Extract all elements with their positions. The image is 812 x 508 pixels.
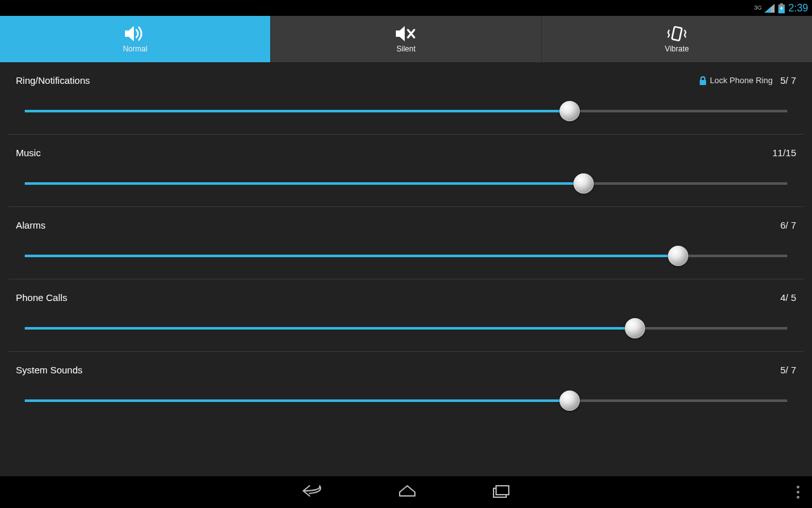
speaker-icon xyxy=(122,25,148,43)
signal-icon xyxy=(764,4,775,13)
row-value: 5/ 7 xyxy=(780,364,796,375)
slider-system-sounds[interactable] xyxy=(25,391,787,411)
status-bar: 3G 2:39 xyxy=(0,0,812,16)
network-type-label: 3G xyxy=(754,5,762,11)
slider-thumb[interactable] xyxy=(625,318,645,338)
navigation-bar xyxy=(0,476,812,508)
slider-thumb[interactable] xyxy=(668,246,688,266)
slider-thumb[interactable] xyxy=(560,101,580,121)
row-value: 5/ 7 xyxy=(780,75,796,86)
slider-fill xyxy=(25,327,635,330)
slider-fill xyxy=(25,182,584,185)
row-ring-notifications: Ring/Notifications Lock Phone Ring 5/ 7 xyxy=(8,62,804,135)
row-title: Phone Calls xyxy=(16,292,67,303)
overflow-menu-button[interactable] xyxy=(797,486,799,498)
slider-ring[interactable] xyxy=(25,101,787,121)
battery-charging-icon xyxy=(778,3,785,13)
slider-fill xyxy=(25,255,678,257)
slider-music[interactable] xyxy=(25,173,787,194)
row-system-sounds: System Sounds 5/ 7 xyxy=(8,352,804,424)
svg-rect-0 xyxy=(780,3,783,4)
back-button[interactable] xyxy=(299,482,325,502)
status-time: 2:39 xyxy=(789,3,808,14)
row-title: Alarms xyxy=(16,220,46,231)
sound-mode-tabs: Normal Silent Vibrate xyxy=(0,16,812,62)
vibrate-icon xyxy=(664,25,690,43)
row-phone-calls: Phone Calls 4/ 5 xyxy=(8,279,804,352)
tab-vibrate[interactable]: Vibrate xyxy=(542,16,812,62)
row-value: 6/ 7 xyxy=(780,220,796,231)
lock-phone-ring-toggle[interactable]: Lock Phone Ring xyxy=(698,76,773,86)
tab-silent-label: Silent xyxy=(396,44,416,53)
slider-thumb[interactable] xyxy=(560,391,580,411)
tab-normal[interactable]: Normal xyxy=(0,16,271,62)
row-title: Ring/Notifications xyxy=(16,75,90,86)
row-value: 4/ 5 xyxy=(780,292,796,303)
row-title: Music xyxy=(16,147,41,158)
slider-fill xyxy=(25,399,570,402)
slider-phone-calls[interactable] xyxy=(25,318,787,338)
lock-phone-ring-label: Lock Phone Ring xyxy=(710,76,773,85)
svg-rect-6 xyxy=(496,486,509,495)
speaker-mute-icon xyxy=(393,25,419,43)
recent-apps-button[interactable] xyxy=(490,482,513,502)
row-title: System Sounds xyxy=(16,364,82,375)
svg-rect-3 xyxy=(672,27,682,41)
row-music: Music 11/15 xyxy=(8,135,804,207)
lock-icon xyxy=(698,76,707,86)
svg-rect-4 xyxy=(700,80,706,85)
tab-normal-label: Normal xyxy=(123,44,148,53)
slider-thumb[interactable] xyxy=(573,173,594,194)
volume-settings-panel: Ring/Notifications Lock Phone Ring 5/ 7 xyxy=(0,62,812,476)
slider-alarms[interactable] xyxy=(25,246,787,266)
slider-fill xyxy=(25,110,570,112)
row-value: 11/15 xyxy=(772,147,796,158)
row-alarms: Alarms 6/ 7 xyxy=(8,207,804,279)
home-button[interactable] xyxy=(395,482,420,502)
tab-silent[interactable]: Silent xyxy=(271,16,542,62)
tab-vibrate-label: Vibrate xyxy=(665,44,689,53)
